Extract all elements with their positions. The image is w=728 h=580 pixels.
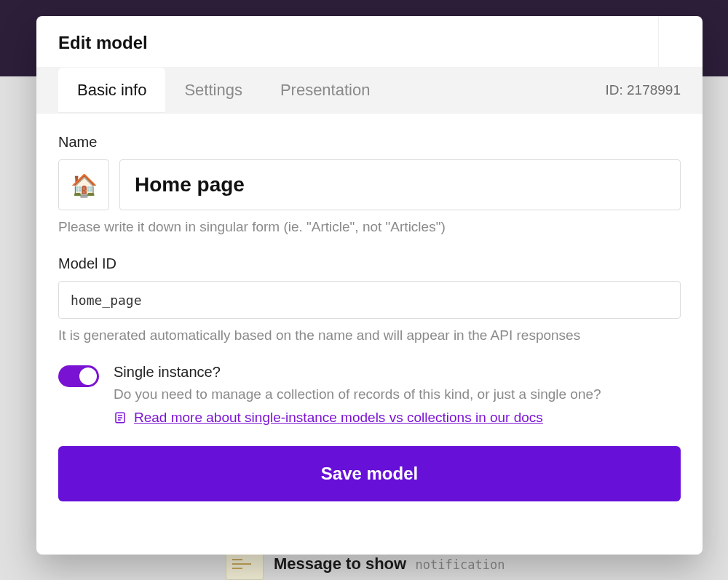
book-icon [114,411,127,424]
single-instance-toggle[interactable] [58,365,99,387]
model-id-field-label: Model ID [58,255,681,272]
modal-title: Edit model [58,33,148,53]
tab-settings[interactable]: Settings [165,68,261,113]
single-instance-label: Single instance? [114,364,681,381]
background-field-slug: notification [416,557,505,572]
edit-model-modal: Edit model Basic info Settings Presentat… [36,16,703,555]
close-button[interactable] [658,16,703,67]
model-id-helper-text: It is generated automatically based on t… [58,327,681,343]
tab-presentation[interactable]: Presentation [261,68,389,113]
modal-body: Name 🏠 Please write it down in singular … [36,114,703,555]
name-field-label: Name [58,134,681,151]
model-icon-picker[interactable]: 🏠 [58,159,109,210]
single-instance-description: Do you need to manage a collection of re… [114,386,681,402]
name-helper-text: Please write it down in singular form (i… [58,219,681,235]
tab-basic-info[interactable]: Basic info [58,68,165,113]
modal-header: Edit model [36,16,703,67]
toggle-knob [79,368,97,385]
model-name-input[interactable] [119,159,681,210]
background-field-title: Message to show [274,555,406,573]
model-id-label: ID: 2178991 [605,82,681,98]
tabs-row: Basic info Settings Presentation ID: 217… [36,67,703,114]
docs-link[interactable]: Read more about single-instance models v… [134,410,543,426]
model-id-input[interactable] [58,281,681,319]
save-model-button[interactable]: Save model [58,446,681,501]
